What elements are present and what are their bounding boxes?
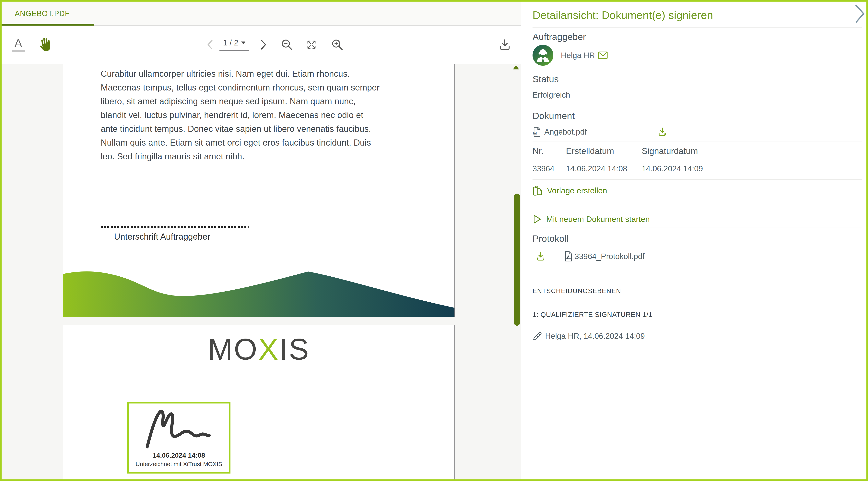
hand-tool-button[interactable] — [37, 36, 52, 53]
start-new-document-label: Mit neuem Dokument starten — [546, 215, 650, 224]
zoom-out-icon — [280, 38, 293, 51]
document-paragraph: Curabitur ullamcorper ultricies nisi. Na… — [101, 67, 379, 163]
protokoll-file-row: 33964_Protokoll.pdf — [532, 251, 862, 262]
download-icon — [498, 38, 511, 51]
create-template-link[interactable]: Vorlage erstellen — [532, 185, 862, 196]
pdf-page-2: MOXIS 14.06.2024 14:08 Unterzeichnet mit… — [63, 325, 455, 479]
scroll-up-icon[interactable] — [513, 65, 519, 69]
meta-value-nr: 33964 — [532, 164, 566, 173]
zoom-in-button[interactable] — [331, 38, 344, 51]
tab-angebot-pdf[interactable]: ANGEBOT.PDF — [2, 2, 70, 26]
section-status: Status Erfolgreich — [532, 68, 862, 105]
download-document-button[interactable] — [498, 38, 511, 51]
pdf-toolbar: A 1 / 2 — [2, 26, 521, 64]
active-tab-underline — [2, 24, 94, 26]
scrollbar-thumb[interactable] — [514, 193, 520, 326]
pdf-viewer: ANGEBOT.PDF A 1 / 2 — [2, 2, 521, 479]
status-value: Erfolgreich — [532, 90, 862, 99]
footer-wave-graphic — [63, 270, 455, 317]
section-protokoll: Protokoll 33964_Protokoll.pdf — [532, 228, 862, 262]
entscheidungsebenen-header: ENTSCHEIDUNGSEBENEN — [532, 287, 862, 301]
meta-header-erstelldatum: Erstelldatum — [566, 146, 642, 156]
document-tab-bar: ANGEBOT.PDF — [2, 2, 521, 26]
document-filename: Angebot.pdf — [544, 127, 587, 136]
stamp-caption: Unterzeichnet mit XiTrust MOXIS — [129, 461, 229, 468]
avatar — [532, 45, 553, 66]
moxis-logo-x: X — [258, 332, 279, 366]
start-new-document-link[interactable]: Mit neuem Dokument starten — [532, 214, 862, 224]
email-icon[interactable] — [598, 51, 608, 59]
signature-dotted-line — [101, 226, 249, 228]
page-caret-icon — [241, 41, 245, 44]
zoom-out-button[interactable] — [280, 38, 293, 51]
document-file-row: PDF Angebot.pdf — [532, 127, 862, 137]
download-protokoll-icon[interactable] — [535, 251, 546, 262]
signer-label: Helga HR, 14.06.2024 14:09 — [545, 332, 645, 340]
create-template-label: Vorlage erstellen — [547, 186, 607, 196]
signature-level-row: 1: QUALIFIZIERTE SIGNATUREN 1/1 — [532, 301, 862, 324]
section-auftraggeber: Auftraggeber Helga HR — [532, 28, 862, 68]
protokoll-filename[interactable]: 33964_Protokoll.pdf — [575, 252, 645, 261]
section-start-new: Mit neuem Dokument starten — [532, 206, 862, 228]
tab-label: ANGEBOT.PDF — [15, 9, 70, 18]
meta-value-row: 33964 14.06.2024 14:08 14.06.2024 14:09 — [532, 156, 862, 173]
play-icon — [532, 214, 542, 224]
chevron-right-icon — [259, 39, 268, 50]
download-file-icon[interactable] — [657, 127, 668, 137]
person-icon — [532, 45, 553, 66]
protokoll-heading: Protokoll — [532, 233, 862, 244]
next-page-button[interactable] — [259, 39, 268, 50]
signature-stamp: 14.06.2024 14:08 Unterzeichnet mit XiTru… — [127, 402, 230, 474]
panel-collapse-icon — [852, 4, 866, 24]
pdf-scroll-area[interactable]: Curabitur ullamcorper ultricies nisi. Na… — [2, 64, 521, 479]
page-title: Detailansicht: Dokument(e) signieren — [532, 2, 862, 28]
pdf-page-1: Curabitur ullamcorper ultricies nisi. Na… — [63, 64, 455, 317]
meta-value-signaturdatum: 14.06.2024 14:09 — [642, 164, 703, 173]
stamp-date: 14.06.2024 14:08 — [129, 451, 229, 459]
hand-tool-icon — [36, 35, 54, 54]
section-vorlage: Vorlage erstellen — [532, 180, 862, 206]
text-tool-icon: A — [14, 37, 22, 49]
client-name: Helga HR — [561, 51, 595, 60]
dokument-heading: Dokument — [532, 111, 862, 121]
auftraggeber-heading: Auftraggeber — [532, 31, 862, 42]
handwritten-signature — [145, 407, 213, 449]
signature-line-label: Unterschrift Auftraggeber — [114, 232, 210, 242]
status-heading: Status — [532, 74, 862, 84]
section-dokument: Dokument PDF Angebot.pdf — [532, 105, 862, 142]
pen-icon — [532, 331, 542, 341]
page-number-label: 1 / 2 — [223, 38, 238, 47]
page-input-underline — [219, 50, 249, 51]
pdf-file-icon: PDF — [532, 127, 541, 137]
svg-text:PDF: PDF — [533, 132, 538, 134]
pdf-file-icon — [564, 251, 573, 262]
zoom-in-icon — [331, 38, 344, 51]
previous-page-button[interactable] — [206, 39, 214, 50]
client-row: Helga HR — [532, 45, 862, 66]
section-meta: Nr. Erstelldatum Signaturdatum 33964 14.… — [532, 142, 862, 180]
chevron-left-icon — [206, 39, 214, 50]
text-tool-underline — [12, 50, 25, 52]
signer-row: Helga HR, 14.06.2024 14:09 — [532, 324, 862, 341]
meta-value-erstelldatum: 14.06.2024 14:08 — [566, 164, 642, 173]
meta-header-signaturdatum: Signaturdatum — [642, 146, 698, 156]
meta-header-nr: Nr. — [532, 146, 566, 156]
meta-header-row: Nr. Erstelldatum Signaturdatum — [532, 146, 862, 156]
moxis-signing-app: ANGEBOT.PDF A 1 / 2 — [0, 0, 868, 481]
copy-icon — [532, 185, 543, 196]
fullscreen-button[interactable] — [305, 38, 318, 51]
moxis-logo: MOXIS — [63, 334, 455, 364]
page-number-control[interactable]: 1 / 2 — [219, 38, 249, 51]
fullscreen-icon — [305, 38, 318, 51]
detail-panel: Detailansicht: Dokument(e) signieren Auf… — [521, 2, 866, 479]
panel-collapse-button[interactable] — [852, 4, 866, 24]
text-tool-button[interactable]: A — [12, 37, 25, 52]
